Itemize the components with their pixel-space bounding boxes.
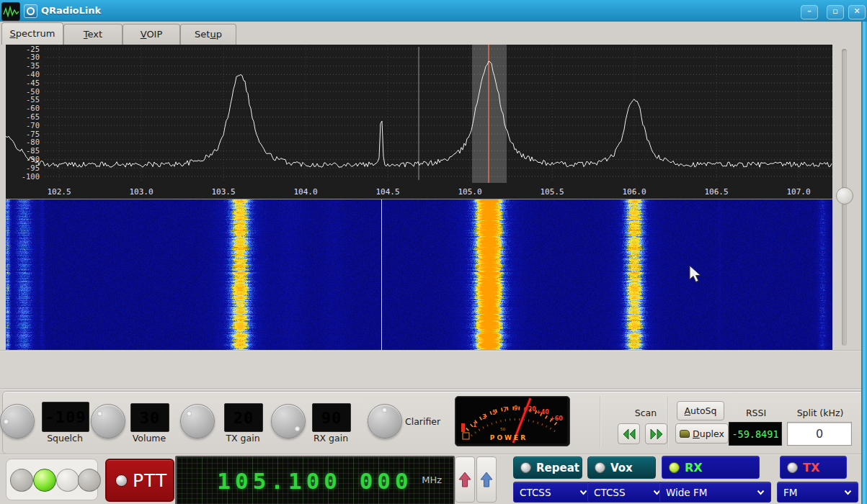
frequency-up-blue-button[interactable] (476, 456, 497, 503)
svg-text:5: 5 (492, 410, 497, 416)
duplex-icon (680, 430, 690, 438)
svg-text:+60: +60 (550, 415, 563, 422)
rx-gain-knob[interactable] (271, 404, 306, 438)
status-led-3 (56, 469, 79, 492)
spectrum-plot[interactable]: -25-30-35-40-45-50-55-60-65-70-75-80-85-… (6, 45, 832, 199)
svg-text:1: 1 (473, 422, 477, 428)
app-icon-ring (27, 7, 35, 15)
knob-indicator-dot (187, 411, 192, 416)
spectrum-toolbar: Sample rate 5000000 FFT size 524288 Peak… (0, 351, 867, 387)
svg-text:50: 50 (500, 427, 505, 431)
tx-gain-knob[interactable] (180, 404, 215, 438)
minimize-button[interactable]: – (801, 5, 818, 19)
svg-text:-40: -40 (26, 70, 40, 78)
plot-right-margin (832, 45, 861, 350)
ctcss-rx-select[interactable]: CTCSS (513, 482, 594, 503)
tab-setup[interactable]: Setup (180, 24, 236, 45)
svg-text:107.0: 107.0 (786, 187, 810, 197)
rx-mode-select[interactable]: Wide FM (659, 482, 771, 503)
tab-spectrum[interactable]: Spectrum (1, 22, 63, 45)
tab-text[interactable]: Text (63, 24, 123, 45)
tx-gain-label: TX gain (224, 433, 262, 444)
rx-button[interactable]: RX (662, 456, 760, 479)
chevron-down-icon (579, 490, 587, 495)
svg-text:105.5: 105.5 (540, 187, 564, 197)
spectrum-trace: -25-30-35-40-45-50-55-60-65-70-75-80-85-… (6, 45, 832, 199)
svg-text:-35: -35 (26, 61, 40, 70)
svg-text:-30: -30 (26, 53, 40, 61)
repeat-led (520, 462, 531, 473)
arrow-up-red-icon (458, 472, 471, 487)
scan-label: Scan (624, 408, 667, 418)
vox-button[interactable]: Vox (587, 456, 656, 479)
panel-separator (600, 396, 601, 448)
svg-text:9: 9 (514, 405, 518, 412)
scan-forward-button[interactable] (645, 423, 667, 444)
rx-gain-value-lcd: 90 (312, 403, 351, 432)
double-arrow-right-icon (649, 428, 664, 441)
waterfall-display[interactable] (6, 199, 832, 350)
autosq-button[interactable]: AutoSq (677, 401, 724, 420)
clarifier-label: Clarifier (405, 416, 440, 427)
rssi-label: RSSI (731, 408, 781, 418)
svg-text:-70: -70 (26, 121, 40, 130)
waterfall-canvas (6, 199, 832, 350)
svg-text:-100: -100 (22, 172, 40, 181)
split-label: Split (kHz) (788, 408, 852, 418)
status-led-4 (78, 469, 101, 492)
power-meter: 1 3 5 7 9 +20 +40 +60 50 POWER (455, 396, 570, 446)
chevron-down-icon (844, 490, 852, 495)
close-button[interactable]: ✕ (848, 5, 866, 19)
tab-voip[interactable]: VOIP (123, 24, 180, 45)
svg-text:POWER: POWER (490, 434, 528, 441)
svg-text:106.0: 106.0 (622, 187, 646, 197)
power-meter-face: 1 3 5 7 9 +20 +40 +60 50 POWER (455, 397, 568, 444)
title-bar: QRadioLink – ▫ ✕ (0, 0, 867, 22)
svg-text:3: 3 (482, 414, 486, 420)
knob-indicator-dot (4, 419, 9, 424)
svg-text:-80: -80 (26, 138, 40, 146)
svg-text:103.5: 103.5 (211, 187, 235, 197)
svg-text:+40: +40 (536, 409, 549, 415)
maximize-button[interactable]: ▫ (827, 5, 844, 19)
squelch-knob[interactable] (0, 404, 35, 438)
frequency-up-red-button[interactable] (455, 456, 475, 503)
split-input[interactable]: 0 (787, 422, 852, 446)
vox-led (595, 462, 605, 473)
repeat-button[interactable]: Repeat (513, 456, 582, 479)
squelch-label: Squelch (42, 433, 88, 444)
svg-text:7: 7 (503, 407, 507, 413)
svg-text:-25: -25 (26, 45, 40, 53)
svg-text:-55: -55 (26, 95, 40, 104)
knob-indicator-dot (382, 408, 387, 413)
double-arrow-left-icon (621, 428, 637, 441)
panel-separator (667, 396, 669, 448)
qradiolink-window: QRadioLink – ▫ ✕ Spectrum Text VOIP Setu… (0, 0, 867, 504)
frequency-unit: MHz (422, 474, 442, 485)
ptt-button[interactable]: PTT (105, 459, 174, 502)
svg-text:-75: -75 (26, 130, 40, 138)
volume-value-lcd: 30 (130, 403, 169, 432)
scan-back-button[interactable] (618, 423, 640, 444)
svg-text:-50: -50 (26, 87, 40, 96)
status-led-2-green (33, 469, 56, 492)
tx-led (787, 462, 798, 473)
arrow-up-blue-icon (480, 472, 493, 487)
plot-left-margin (0, 45, 6, 350)
volume-knob[interactable] (91, 404, 125, 438)
tab-bar: Spectrum Text VOIP Setup (0, 22, 867, 45)
volume-label: Volume (130, 433, 168, 444)
clarifier-knob[interactable] (368, 404, 402, 438)
tx-button[interactable]: TX (780, 456, 847, 479)
svg-text:-95: -95 (26, 163, 40, 172)
bottom-bar: PTT 105.100 000 MHz Repeat Vox RX (0, 455, 867, 504)
tx-mode-select[interactable]: FM (777, 482, 858, 503)
svg-text:106.5: 106.5 (704, 187, 728, 197)
duplex-button[interactable]: Duplex (675, 423, 729, 444)
frequency-display[interactable]: 105.100 000 MHz (175, 456, 455, 504)
svg-text:104.0: 104.0 (293, 187, 317, 197)
ctcss-tx-select[interactable]: CTCSS (587, 482, 667, 503)
plot-vertical-slider-handle[interactable] (836, 187, 853, 204)
taskbar-waveform-icon (1, 2, 20, 21)
window-right-border (861, 22, 867, 504)
